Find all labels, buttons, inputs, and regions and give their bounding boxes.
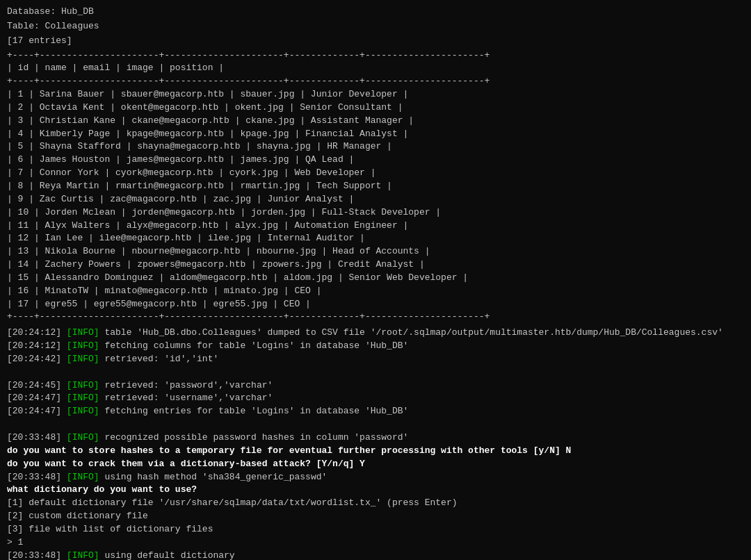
log-line-log7: [20:24:47] [INFO] fetching entries for t… [7, 405, 744, 418]
table-row: | 14 | Zachery Powers | zpowers@megacorp… [7, 258, 744, 272]
log-line-log17: > 1 [7, 536, 744, 550]
log-line-log13: what dictionary do you want to use? [7, 484, 744, 497]
log-line-log8 [7, 418, 744, 431]
log-line-log3: [20:24:42] [INFO] retrieved: 'id','int' [7, 353, 744, 366]
log-line-log14: [1] default dictionary file '/usr/share/… [7, 497, 744, 510]
table-row: | 10 | Jorden Mclean | jorden@megacorp.h… [7, 206, 744, 220]
log-container: [20:24:12] [INFO] table 'Hub_DB.dbo.Coll… [7, 327, 744, 560]
log-line-log11: do you want to crack them via a dictiona… [7, 458, 744, 471]
log-line-log10: do you want to store hashes to a tempora… [7, 445, 744, 458]
entries-line: [17 entries] [7, 35, 744, 48]
table-row: | 4 | Kimberly Page | kpage@megacorp.htb… [7, 128, 744, 141]
log-line-log18: [20:33:48] [INFO] using default dictiona… [7, 550, 744, 560]
table-container: +----+----------------------+-----------… [7, 49, 744, 324]
table-row: | 15 | Alessandro Dominguez | aldom@mega… [7, 272, 744, 285]
log-line-log16: [3] file with list of dictionary files [7, 523, 744, 536]
table-row: | 9 | Zac Curtis | zac@magacorp.htb | za… [7, 193, 744, 206]
table-row: | 12 | Ian Lee | ilee@megacorp.htb | ile… [7, 232, 744, 245]
log-line-log1: [20:24:12] [INFO] table 'Hub_DB.dbo.Coll… [7, 327, 744, 340]
table-row: | 5 | Shayna Stafford | shayna@megacorp.… [7, 140, 744, 154]
table-row: | 16 | MinatoTW | minato@megacorp.htb | … [7, 285, 744, 298]
table-row: | 13 | Nikola Bourne | nbourne@megacorp.… [7, 245, 744, 258]
table-row: | 3 | Christian Kane | ckane@megacorp.ht… [7, 115, 744, 128]
database-line: Database: Hub_DB [7, 6, 744, 19]
table-row: | 2 | Octavia Kent | okent@megacorp.htb … [7, 101, 744, 115]
table-row: | 8 | Reya Martin | rmartin@megacorp.htb… [7, 180, 744, 193]
log-line-log5: [20:24:45] [INFO] retrieved: 'password',… [7, 379, 744, 393]
log-line-log2: [20:24:12] [INFO] fetching columns for t… [7, 340, 744, 353]
log-line-log4 [7, 366, 744, 379]
log-line-log15: [2] custom dictionary file [7, 510, 744, 523]
table-header-sep: +----+----------------------+-----------… [7, 75, 744, 88]
table-bottom-border: +----+----------------------+-----------… [7, 311, 744, 324]
log-line-log6: [20:24:47] [INFO] retrieved: 'username',… [7, 392, 744, 405]
table-rows-container: | 1 | Sarina Bauer | sbauer@megacorp.htb… [7, 88, 744, 311]
table-row: | 7 | Connor York | cyork@megacorp.htb |… [7, 167, 744, 180]
terminal-window: Database: Hub_DB Table: Colleagues [17 e… [7, 6, 744, 560]
log-line-log12: [20:33:48] [INFO] using hash method 'sha… [7, 471, 744, 484]
table-row: | 17 | egre55 | egre55@megacorp.htb | eg… [7, 298, 744, 311]
log-line-log9: [20:33:48] [INFO] recognized possible pa… [7, 431, 744, 445]
db-header: Database: Hub_DB Table: Colleagues [17 e… [7, 6, 744, 48]
table-top-border: +----+----------------------+-----------… [7, 49, 744, 63]
table-line: Table: Colleagues [7, 20, 744, 33]
table-header: | id | name | email | image | position | [7, 62, 744, 75]
table-row: | 6 | James Houston | james@megacorp.htb… [7, 154, 744, 167]
table-row: | 1 | Sarina Bauer | sbauer@megacorp.htb… [7, 88, 744, 101]
table-row: | 11 | Alyx Walters | alyx@megacorp.htb … [7, 220, 744, 233]
